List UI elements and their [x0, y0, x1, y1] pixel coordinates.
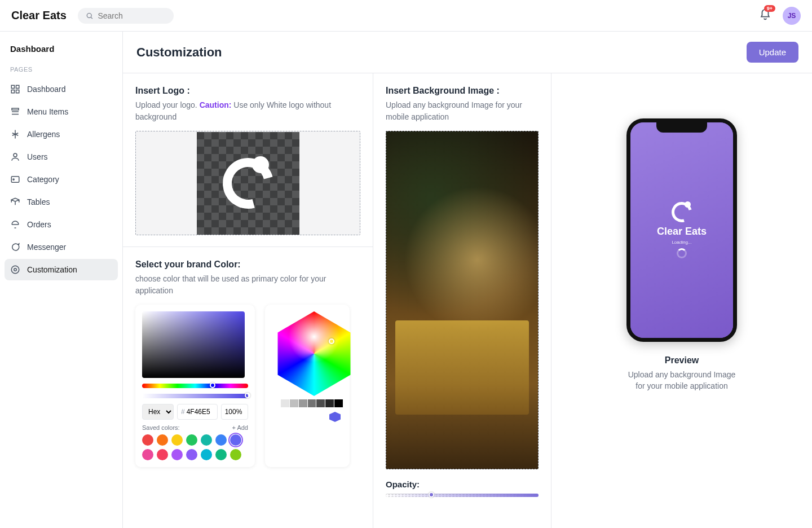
svg-rect-5	[16, 90, 19, 93]
sidebar-item-allergens[interactable]: Allergens	[5, 124, 118, 145]
bg-title: Insert Background Image :	[386, 86, 539, 96]
menu-icon	[10, 107, 20, 117]
alpha-slider[interactable]	[142, 394, 248, 398]
phone-preview: Clear Eats Loading...	[626, 118, 737, 342]
saved-colors-label: Saved colors:	[142, 424, 180, 431]
grayscale-picker[interactable]	[272, 399, 343, 407]
orders-icon	[10, 219, 20, 230]
color-swatch[interactable]	[186, 449, 197, 460]
sidebar-item-label: Category	[27, 175, 59, 184]
bg-desc: Upload any background Image for your mob…	[386, 99, 539, 123]
sidebar-title: Dashboard	[5, 41, 118, 61]
logo-mark-icon	[223, 158, 273, 209]
avatar[interactable]: JS	[783, 7, 801, 25]
category-icon	[10, 174, 20, 184]
preview-title: Preview	[665, 355, 699, 366]
saturation-value-picker[interactable]	[142, 311, 245, 378]
svg-point-0	[87, 13, 91, 17]
color-swatch[interactable]	[230, 449, 241, 460]
hexagon-picker[interactable]	[272, 311, 356, 396]
color-swatch[interactable]	[186, 434, 197, 446]
current-color-swatch	[329, 412, 341, 422]
color-swatch[interactable]	[201, 434, 212, 446]
background-preview	[386, 131, 538, 469]
alpha-input-wrap[interactable]	[221, 404, 248, 420]
sidebar-item-messenger[interactable]: Messenger	[5, 236, 118, 258]
logo-dropzone[interactable]	[135, 131, 360, 235]
sidebar-item-orders[interactable]: Orders	[5, 214, 118, 235]
svg-rect-2	[11, 85, 14, 88]
sidebar-item-tables[interactable]: Tables	[5, 191, 118, 213]
sidebar-item-label: Customization	[27, 265, 77, 274]
search-input[interactable]	[98, 11, 165, 20]
sidebar-item-label: Users	[27, 152, 48, 161]
user-icon	[10, 152, 20, 162]
color-swatch[interactable]	[230, 434, 241, 446]
logo-desc: Upload your logo. Caution: Use only Whit…	[135, 99, 360, 123]
preview-loading-text: Loading...	[672, 240, 691, 245]
background-dropzone[interactable]	[386, 131, 539, 469]
brand-name: Clear Eats	[11, 9, 67, 22]
color-swatch[interactable]	[142, 449, 153, 460]
dashboard-icon	[10, 84, 20, 94]
allergen-icon	[10, 129, 20, 139]
page-header: Customization Update	[123, 32, 812, 73]
search-box[interactable]	[78, 8, 174, 24]
sidebar-item-dashboard[interactable]: Dashboard	[5, 78, 118, 100]
svg-point-6	[14, 153, 17, 157]
spinner-icon	[677, 248, 687, 258]
sidebar-item-label: Menu Items	[27, 107, 68, 116]
update-button[interactable]: Update	[747, 42, 798, 63]
svg-point-10	[14, 269, 17, 271]
sidebar-item-label: Tables	[27, 197, 50, 206]
sidebar-section-label: PAGES	[5, 61, 118, 77]
caution-label: Caution:	[200, 100, 232, 109]
svg-rect-4	[11, 90, 14, 93]
hue-slider[interactable]	[142, 384, 248, 388]
alpha-input[interactable]	[225, 408, 244, 416]
search-icon	[86, 11, 94, 20]
notification-badge: 9+	[764, 5, 775, 12]
sidebar-item-users[interactable]: Users	[5, 146, 118, 168]
hex-input-wrap[interactable]: #	[177, 404, 218, 420]
sidebar-item-menu[interactable]: Menu Items	[5, 101, 118, 122]
color-picker-sv: Hex # Saved colors:+ Add	[135, 305, 255, 467]
topbar: Clear Eats 9+ JS	[0, 0, 812, 32]
customization-icon	[10, 265, 20, 275]
color-swatch[interactable]	[215, 434, 227, 446]
sidebar-item-customization[interactable]: Customization	[5, 259, 118, 280]
color-swatch[interactable]	[142, 434, 153, 446]
page-title: Customization	[136, 45, 222, 60]
sidebar-item-label: Messenger	[27, 243, 66, 252]
color-swatch[interactable]	[201, 449, 212, 460]
color-picker-hex	[265, 305, 350, 467]
color-desc: choose color that will be used as primar…	[135, 273, 360, 297]
notifications-button[interactable]: 9+	[759, 8, 771, 23]
opacity-slider[interactable]	[386, 494, 539, 497]
sidebar-item-label: Orders	[27, 220, 51, 229]
hex-input[interactable]	[187, 408, 214, 416]
svg-point-8	[13, 179, 14, 180]
hash-label: #	[181, 408, 185, 416]
preview-desc: Upload any background Image for your mob…	[625, 369, 738, 392]
color-swatch[interactable]	[171, 434, 183, 446]
color-swatch[interactable]	[171, 449, 183, 460]
sidebar-item-label: Allergens	[27, 130, 60, 139]
color-title: Select your brand Color:	[135, 259, 360, 270]
sidebar-item-label: Dashboard	[27, 85, 66, 94]
color-swatch[interactable]	[157, 434, 168, 446]
sidebar: Dashboard PAGES Dashboard Menu Items All…	[0, 32, 123, 528]
color-swatch[interactable]	[157, 449, 168, 460]
table-icon	[10, 197, 20, 207]
color-swatch[interactable]	[215, 449, 227, 460]
add-color-button[interactable]: + Add	[232, 424, 248, 431]
preview-brand: Clear Eats	[657, 226, 707, 237]
color-format-select[interactable]: Hex	[142, 404, 174, 420]
messenger-icon	[10, 242, 20, 252]
opacity-label: Opacity:	[386, 479, 539, 489]
svg-point-9	[11, 266, 19, 274]
sidebar-item-category[interactable]: Category	[5, 169, 118, 190]
saved-swatches	[142, 434, 248, 460]
logo-preview	[197, 132, 299, 235]
svg-line-1	[91, 17, 92, 19]
